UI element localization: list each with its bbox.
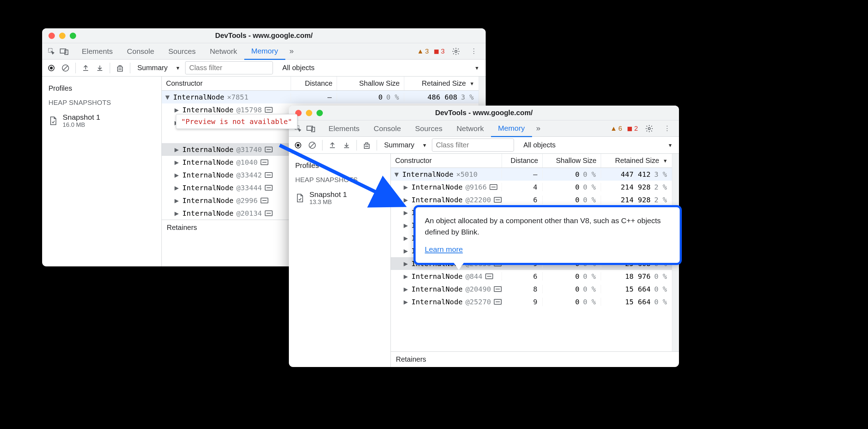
class-filter-input[interactable] xyxy=(432,139,514,152)
panel-tabs: Elements Console Sources Network Memory … xyxy=(321,120,610,136)
more-tabs-icon[interactable]: » xyxy=(285,47,298,56)
upload-icon[interactable] xyxy=(79,62,92,74)
col-distance[interactable]: Distance xyxy=(502,154,543,168)
window-title: DevTools - www.google.com/ xyxy=(42,32,486,40)
device-icon[interactable] xyxy=(58,45,70,58)
titlebar[interactable]: DevTools - www.google.com/ xyxy=(42,28,486,43)
element-icon xyxy=(494,197,502,203)
more-tabs-icon[interactable]: » xyxy=(532,124,545,133)
tab-network[interactable]: Network xyxy=(203,44,244,59)
scope-select[interactable]: All objects xyxy=(520,140,559,151)
snapshot-item[interactable]: Snapshot 1 16.0 MB xyxy=(42,110,161,131)
clear-icon[interactable] xyxy=(59,62,72,74)
view-select[interactable]: Summary▼ xyxy=(134,62,184,73)
preview-tooltip: "Preview is not available" xyxy=(176,114,297,129)
element-icon xyxy=(265,147,273,152)
table-header: Constructor Distance Shallow Size Retain… xyxy=(162,77,479,91)
table-row[interactable]: ▶InternalNode @844 6 00 % 18 9760 % xyxy=(391,270,672,283)
snapshot-size: 16.0 MB xyxy=(63,122,100,129)
element-icon xyxy=(490,184,497,190)
warning-badge[interactable]: ▲ 6 xyxy=(610,125,622,132)
minimize-icon[interactable] xyxy=(306,110,312,116)
table-header: Constructor Distance Shallow Size Retain… xyxy=(391,154,672,168)
panel-tabs: Elements Console Sources Network Memory … xyxy=(75,43,417,59)
scope-select[interactable]: All objects xyxy=(279,62,318,73)
scope-dropdown-icon[interactable]: ▼ xyxy=(474,65,479,71)
element-icon xyxy=(494,286,502,292)
col-shallow[interactable]: Shallow Size xyxy=(337,77,404,90)
scope-label: All objects xyxy=(523,141,555,149)
snapshot-name: Snapshot 1 xyxy=(63,113,100,122)
devtools-tabbar: Elements Console Sources Network Memory … xyxy=(42,43,486,60)
tab-memory[interactable]: Memory xyxy=(491,120,532,137)
element-icon xyxy=(494,299,502,305)
device-icon[interactable] xyxy=(304,122,317,135)
download-icon[interactable] xyxy=(93,62,106,74)
view-select-label: Summary xyxy=(137,64,168,72)
table-row[interactable]: ▶InternalNode @9166 4 00 % 214 9282 % xyxy=(391,181,672,193)
tab-sources[interactable]: Sources xyxy=(161,44,203,59)
retainers-panel-header[interactable]: Retainers xyxy=(391,351,679,367)
table-row[interactable]: ▶InternalNode @22200 6 00 % 214 9282 % xyxy=(391,193,672,206)
error-badge[interactable]: ◼ 2 xyxy=(627,124,638,132)
table-row[interactable]: ▶InternalNode @20490 8 00 % 15 6640 % xyxy=(391,283,672,295)
profiles-label: Profiles xyxy=(42,81,161,95)
element-icon xyxy=(265,185,273,191)
warning-count: 6 xyxy=(618,125,622,132)
scope-dropdown-icon[interactable]: ▼ xyxy=(668,142,673,148)
error-badge[interactable]: ◼ 3 xyxy=(434,47,445,55)
heap-snapshots-header: HEAP SNAPSHOTS xyxy=(42,95,161,110)
element-icon xyxy=(261,159,268,165)
svg-point-5 xyxy=(50,67,53,69)
record-icon[interactable] xyxy=(45,62,58,74)
col-retained[interactable]: Retained Size▼ xyxy=(404,77,479,90)
tab-elements[interactable]: Elements xyxy=(75,44,120,59)
svg-point-12 xyxy=(648,128,650,130)
tab-elements[interactable]: Elements xyxy=(321,121,367,136)
window-title: DevTools - www.google.com/ xyxy=(289,109,679,117)
col-shallow[interactable]: Shallow Size xyxy=(543,154,601,168)
error-count: 3 xyxy=(441,47,445,55)
object-description-tooltip: An object allocated by a component other… xyxy=(413,205,682,265)
table-row-parent[interactable]: ▼InternalNode ×7851 – 00 % 486 6083 % xyxy=(162,91,479,103)
element-icon xyxy=(261,198,268,203)
element-icon xyxy=(265,210,273,216)
svg-point-3 xyxy=(455,50,457,52)
settings-icon[interactable] xyxy=(450,45,462,58)
profiles-sidebar: Profiles HEAP SNAPSHOTS Snapshot 1 16.0 … xyxy=(42,77,162,266)
col-retained[interactable]: Retained Size▼ xyxy=(601,154,672,168)
tab-console[interactable]: Console xyxy=(120,44,161,59)
element-icon xyxy=(485,273,493,279)
tab-memory[interactable]: Memory xyxy=(244,43,285,60)
table-row-parent[interactable]: ▼InternalNode ×5010 – 00 % 447 4123 % xyxy=(391,168,672,181)
warning-badge[interactable]: ▲ 3 xyxy=(417,47,429,55)
class-filter-input[interactable] xyxy=(185,61,273,74)
annotation-arrow xyxy=(273,138,418,216)
inspect-icon[interactable] xyxy=(45,45,58,58)
element-icon xyxy=(265,172,273,178)
minimize-icon[interactable] xyxy=(59,33,65,39)
menu-icon[interactable]: ⋮ xyxy=(467,45,480,58)
snapshot-icon xyxy=(48,116,58,125)
zoom-icon[interactable] xyxy=(316,110,323,116)
tab-console[interactable]: Console xyxy=(367,121,408,136)
titlebar[interactable]: DevTools - www.google.com/ xyxy=(289,106,679,120)
svg-line-7 xyxy=(63,66,68,70)
devtools-tabbar: Elements Console Sources Network Memory … xyxy=(289,120,679,137)
gc-icon[interactable] xyxy=(114,62,126,74)
close-icon[interactable] xyxy=(48,33,55,39)
col-distance[interactable]: Distance xyxy=(291,77,337,90)
error-count: 2 xyxy=(634,125,638,132)
learn-more-link[interactable]: Learn more xyxy=(425,245,463,253)
traffic-lights xyxy=(42,33,76,39)
col-constructor[interactable]: Constructor xyxy=(162,77,291,90)
menu-icon[interactable]: ⋮ xyxy=(661,122,673,135)
tooltip-text: An object allocated by a component other… xyxy=(425,215,670,237)
tab-network[interactable]: Network xyxy=(450,121,491,136)
settings-icon[interactable] xyxy=(643,122,656,135)
tab-sources[interactable]: Sources xyxy=(408,121,450,136)
element-icon xyxy=(265,107,273,113)
table-row[interactable]: ▶InternalNode @25270 9 00 % 15 6640 % xyxy=(391,295,672,308)
zoom-icon[interactable] xyxy=(70,33,76,39)
svg-rect-11 xyxy=(312,127,315,132)
